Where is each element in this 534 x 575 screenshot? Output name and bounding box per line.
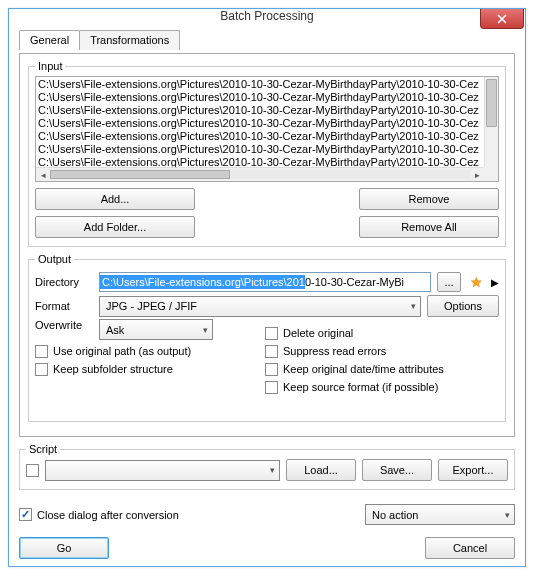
format-label: Format — [35, 300, 93, 312]
list-item[interactable]: C:\Users\File-extensions.org\Pictures\20… — [38, 156, 482, 167]
keep-subfolder-checkbox[interactable]: Keep subfolder structure — [35, 361, 265, 377]
output-legend: Output — [35, 253, 74, 265]
input-listbox[interactable]: C:\Users\File-extensions.org\Pictures\20… — [35, 76, 499, 182]
overwrite-label: Overwrite — [35, 319, 93, 331]
horizontal-scrollbar[interactable]: ◂ ▸ — [36, 167, 484, 181]
close-button[interactable] — [480, 9, 524, 29]
directory-selected-text: C:\Users\File-extensions.org\Pictures\20… — [100, 275, 305, 289]
keep-date-checkbox[interactable]: Keep original date/time attributes — [265, 361, 499, 377]
directory-label: Directory — [35, 276, 93, 288]
suppress-errors-checkbox[interactable]: Suppress read errors — [265, 343, 499, 359]
directory-input[interactable]: C:\Users\File-extensions.org\Pictures\20… — [99, 272, 431, 292]
scrollbar-corner — [484, 167, 498, 181]
load-button[interactable]: Load... — [286, 459, 356, 481]
list-item[interactable]: C:\Users\File-extensions.org\Pictures\20… — [38, 143, 482, 156]
use-original-path-checkbox[interactable]: Use original path (as output) — [35, 343, 265, 359]
list-item[interactable]: C:\Users\File-extensions.org\Pictures\20… — [38, 117, 482, 130]
cancel-button[interactable]: Cancel — [425, 537, 515, 559]
directory-rest-text: 0-10-30-Cezar-MyBi — [305, 275, 404, 289]
scroll-left-icon[interactable]: ◂ — [36, 168, 50, 182]
close-dialog-checkbox[interactable]: Close dialog after conversion — [19, 507, 179, 523]
input-legend: Input — [35, 60, 65, 72]
window-title: Batch Processing — [220, 9, 313, 23]
scroll-right-icon[interactable]: ▸ — [470, 168, 484, 182]
checkbox-icon — [265, 363, 278, 376]
add-folder-button[interactable]: Add Folder... — [35, 216, 195, 238]
list-item[interactable]: C:\Users\File-extensions.org\Pictures\20… — [38, 130, 482, 143]
checkbox-icon — [35, 345, 48, 358]
checkbox-checked-icon — [19, 508, 32, 521]
delete-original-checkbox[interactable]: Delete original — [265, 325, 499, 341]
list-item[interactable]: C:\Users\File-extensions.org\Pictures\20… — [38, 78, 482, 91]
tab-panel-general: Input C:\Users\File-extensions.org\Pictu… — [19, 53, 515, 437]
input-group: Input C:\Users\File-extensions.org\Pictu… — [28, 60, 506, 247]
titlebar: Batch Processing — [9, 9, 525, 23]
batch-processing-dialog: Batch Processing General Transformations… — [8, 8, 526, 567]
post-action-combo[interactable]: No action — [365, 504, 515, 525]
close-icon — [497, 14, 507, 24]
format-combo[interactable]: JPG - JPEG / JFIF — [99, 296, 421, 317]
checkbox-icon — [265, 327, 278, 340]
output-group: Output Directory C:\Users\File-extension… — [28, 253, 506, 422]
checkbox-icon — [35, 363, 48, 376]
overwrite-combo[interactable]: Ask — [99, 319, 213, 340]
favorite-button[interactable]: ★ — [467, 272, 485, 292]
checkbox-icon — [265, 381, 278, 394]
format-value: JPG - JPEG / JFIF — [106, 300, 197, 312]
script-enable-checkbox[interactable] — [26, 462, 39, 478]
dropdown-arrow-icon[interactable]: ▶ — [491, 277, 499, 288]
vertical-scrollbar[interactable] — [484, 77, 498, 167]
overwrite-value: Ask — [106, 324, 124, 336]
browse-button[interactable]: ... — [437, 272, 461, 292]
script-group: Script Load... Save... Export... — [19, 443, 515, 490]
list-item[interactable]: C:\Users\File-extensions.org\Pictures\20… — [38, 104, 482, 117]
tab-general[interactable]: General — [19, 30, 80, 50]
checkbox-icon — [265, 345, 278, 358]
keep-source-format-checkbox[interactable]: Keep source format (if possible) — [265, 379, 499, 395]
go-button[interactable]: Go — [19, 537, 109, 559]
export-button[interactable]: Export... — [438, 459, 508, 481]
scrollbar-thumb[interactable] — [50, 170, 230, 179]
script-legend: Script — [26, 443, 60, 455]
tabs-header: General Transformations — [19, 30, 515, 50]
remove-button[interactable]: Remove — [359, 188, 499, 210]
checkbox-icon — [26, 464, 39, 477]
options-button[interactable]: Options — [427, 295, 499, 317]
post-action-value: No action — [372, 509, 418, 521]
list-item[interactable]: C:\Users\File-extensions.org\Pictures\20… — [38, 91, 482, 104]
save-button[interactable]: Save... — [362, 459, 432, 481]
input-list-content: C:\Users\File-extensions.org\Pictures\20… — [36, 77, 484, 167]
add-button[interactable]: Add... — [35, 188, 195, 210]
script-combo[interactable] — [45, 460, 280, 481]
tab-transformations[interactable]: Transformations — [79, 30, 180, 50]
star-icon: ★ — [470, 275, 483, 289]
scrollbar-thumb[interactable] — [486, 79, 497, 127]
remove-all-button[interactable]: Remove All — [359, 216, 499, 238]
